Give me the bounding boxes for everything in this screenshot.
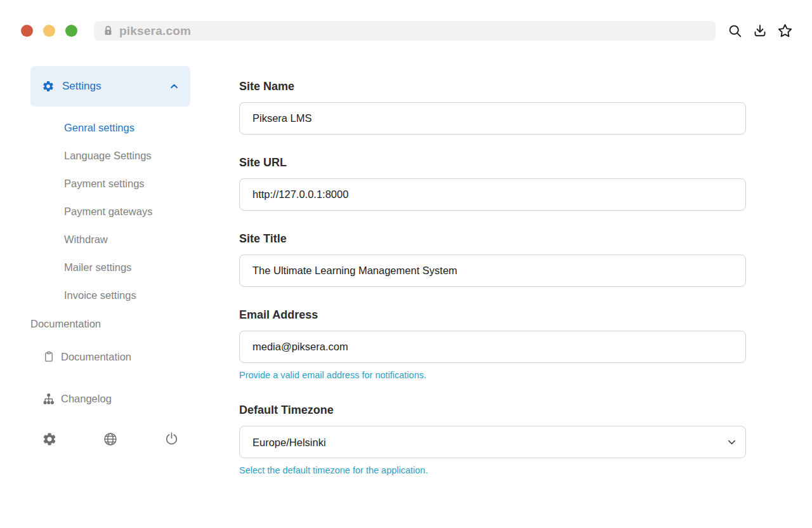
site-name-input[interactable] xyxy=(239,102,746,135)
site-title-input[interactable] xyxy=(239,254,746,287)
email-helper-text: Provide a valid email address for notifi… xyxy=(239,369,746,381)
sidebar-item-withdraw[interactable]: Withdraw xyxy=(30,225,190,253)
globe-icon[interactable] xyxy=(103,432,118,447)
window-close-button[interactable] xyxy=(21,25,33,37)
sidebar-item-changelog[interactable]: Changelog xyxy=(30,385,190,412)
clipboard-icon xyxy=(43,351,55,362)
sidebar-item-language-settings[interactable]: Language Settings xyxy=(30,142,190,169)
sidebar-item-mailer-settings[interactable]: Mailer settings xyxy=(30,253,190,281)
field-label-site-url: Site URL xyxy=(239,155,746,170)
sidebar-item-payment-settings[interactable]: Payment settings xyxy=(30,169,190,197)
sidebar-item-documentation-label: Documentation xyxy=(61,351,131,363)
field-label-site-title: Site Title xyxy=(239,231,746,246)
star-bookmark-icon[interactable] xyxy=(777,23,793,39)
sidebar-group-settings[interactable]: Settings xyxy=(30,66,190,107)
gear-solid-icon[interactable] xyxy=(42,432,57,447)
browser-topbar: piksera.com xyxy=(0,0,812,51)
general-settings-form: Site Name Site URL Site Title Email Addr… xyxy=(239,79,746,477)
sidebar-item-genral-settings[interactable]: Genral settings xyxy=(30,114,190,142)
power-icon[interactable] xyxy=(164,432,179,446)
field-label-site-name: Site Name xyxy=(239,79,746,94)
settings-subnav: Genral settings Language Settings Paymen… xyxy=(30,107,190,309)
download-icon[interactable] xyxy=(752,23,768,39)
sidebar-group-settings-label: Settings xyxy=(62,80,101,93)
url-text: piksera.com xyxy=(119,24,191,38)
default-timezone-select[interactable]: Europe/Helsinki xyxy=(239,426,746,458)
gear-icon xyxy=(42,80,55,93)
sidebar-item-payment-gateways[interactable]: Payment gateways xyxy=(30,197,190,225)
email-address-input[interactable] xyxy=(239,331,746,363)
address-bar[interactable]: piksera.com xyxy=(94,21,716,41)
lock-icon xyxy=(103,25,114,36)
chevron-up-icon xyxy=(169,82,179,91)
sidebar-item-invoice-settings[interactable]: Invoice settings xyxy=(30,281,190,309)
sidebar-item-changelog-label: Changelog xyxy=(61,393,112,405)
site-url-input[interactable] xyxy=(239,178,746,211)
sidebar: Settings Genral settings Language Settin… xyxy=(30,66,190,453)
sitemap-icon xyxy=(42,392,55,406)
window-controls xyxy=(21,25,77,37)
sidebar-item-documentation[interactable]: Documentation xyxy=(30,343,190,371)
field-label-default-timezone: Default Timezone xyxy=(239,402,746,418)
timezone-helper-text: Select the default timezone for the appl… xyxy=(239,464,746,477)
window-minimize-button[interactable] xyxy=(43,25,55,37)
field-label-email-address: Email Address xyxy=(239,307,746,322)
sidebar-footer xyxy=(30,425,190,453)
window-zoom-button[interactable] xyxy=(65,25,77,37)
search-icon[interactable] xyxy=(728,23,743,39)
sidebar-section-documentation-label: Documentation xyxy=(30,317,190,331)
